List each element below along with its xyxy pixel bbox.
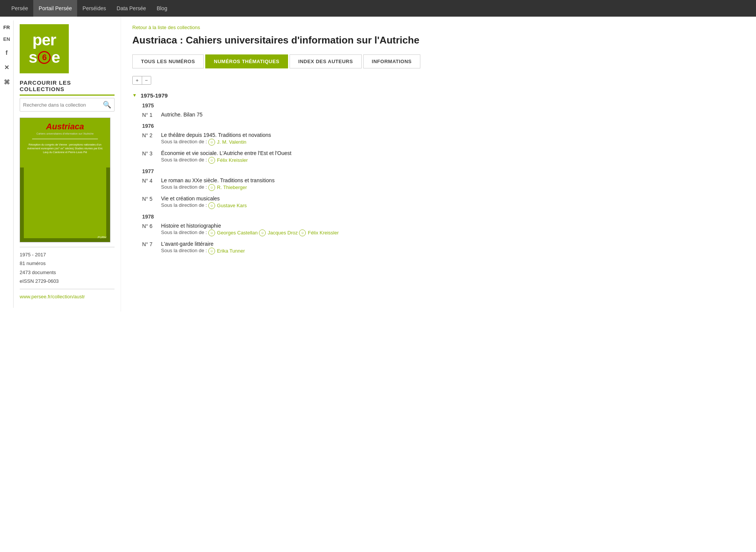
person-icon: ☺ [208, 184, 215, 191]
issue-row: N° 2Le théâtre depuis 1945. Traditions e… [138, 130, 745, 148]
issue-title: Vie et création musicales [161, 195, 745, 202]
person-icon: ☺ [208, 229, 215, 236]
search-bar: 🔍 [20, 98, 115, 112]
person-icon: ☺ [208, 157, 215, 164]
issue-number: N° 2 [142, 132, 161, 138]
tab-numeros-thematiques[interactable]: NUMÉROS THÉMATIQUES [205, 54, 288, 68]
facebook-icon[interactable]: f [6, 48, 8, 57]
issue-row: N° 5Vie et création musicalesSous la dir… [138, 193, 745, 211]
tab-tous-numeros[interactable]: TOUS LES NUMÉROS [132, 54, 204, 68]
book-cover-publisher: PURH [98, 236, 106, 239]
issue-info: Économie et vie sociale. L'Autriche entr… [161, 150, 745, 164]
expand-all-button[interactable]: + [133, 76, 142, 84]
tab-index-auteurs[interactable]: INDEX DES AUTEURS [290, 54, 362, 68]
search-input[interactable] [20, 100, 100, 110]
persee-logo[interactable]: per s6e [20, 24, 69, 73]
issue-row: N° 6Histoire et historiographieSous la d… [138, 220, 745, 239]
tab-informations[interactable]: INFORMATIONS [363, 54, 420, 68]
expand-collapse-controls: + − [132, 76, 151, 85]
issue-row: N° 7L'avant-garde littéraireSous la dire… [138, 239, 745, 257]
collection-documents: 2473 documents [20, 268, 115, 277]
person-icon: ☺ [208, 139, 215, 146]
issue-number: N° 4 [142, 177, 161, 184]
director-link[interactable]: ☺J. M. Valentin [208, 139, 246, 146]
director-link[interactable]: ☺Félix Kreissler [208, 157, 248, 164]
tabs-bar: TOUS LES NUMÉROS NUMÉROS THÉMATIQUES IND… [132, 54, 745, 68]
logo-line2: s6e [29, 49, 60, 66]
issue-info: Autriche. Bilan 75 [161, 112, 745, 118]
issue-title: Le théâtre depuis 1945. Traditions et no… [161, 132, 745, 138]
collection-eissn: eISSN 2729-0603 [20, 277, 115, 285]
person-icon: ☺ [208, 202, 215, 209]
twitter-icon[interactable]: ✕ [4, 63, 9, 72]
page-title: Austriaca : Cahiers universitaires d'inf… [132, 34, 745, 47]
issue-info: L'avant-garde littéraireSous la directio… [161, 241, 745, 254]
year-label: 1975 [142, 100, 745, 109]
book-cover-title: Austriaca [46, 122, 84, 132]
issue-title: Autriche. Bilan 75 [161, 112, 745, 118]
director-link[interactable]: ☺Jacques Droz [259, 229, 297, 236]
issue-director-line: Sous la direction de : ☺R. Thieberger [161, 184, 745, 191]
year-group-header[interactable]: ▼1975-1979 [132, 91, 745, 100]
person-icon: ☺ [208, 248, 215, 254]
search-icon: 🔍 [103, 101, 111, 109]
year-group-label: 1975-1979 [141, 92, 168, 99]
issue-info: Le théâtre depuis 1945. Traditions et no… [161, 132, 745, 146]
logo-line1: per [33, 31, 56, 49]
collection-numeros: 81 numéros [20, 259, 115, 268]
year-group: ▼1975-19791975N° 1Autriche. Bilan 751976… [132, 91, 745, 257]
nav-perseides[interactable]: Perséides [77, 0, 111, 17]
book-cover[interactable]: Austriaca Cahiers universitaires d'infor… [20, 118, 110, 242]
year-label: 1977 [142, 166, 745, 175]
issue-info: Vie et création musicalesSous la directi… [161, 195, 745, 209]
issue-number: N° 1 [142, 112, 161, 118]
issue-number: N° 7 [142, 241, 161, 247]
issue-number: N° 5 [142, 195, 161, 202]
issue-title: Économie et vie sociale. L'Autriche entr… [161, 150, 745, 156]
book-cover-body-text: Réception du congrès de Vienne : percept… [26, 143, 104, 154]
book-cover-subtitle: Cahiers universitaires d'information sur… [36, 132, 93, 135]
year-label: 1978 [142, 211, 745, 220]
collection-meta: 1975 - 2017 81 numéros 2473 documents eI… [20, 250, 115, 286]
sidebar: FR EN f ✕ ⌘ per s6e PARCOURIR LES COLLEC… [0, 17, 121, 312]
issue-title: Le roman au XXe siècle. Traditions et tr… [161, 177, 745, 183]
year-groups: ▼1975-19791975N° 1Autriche. Bilan 751976… [132, 91, 745, 257]
director-link[interactable]: ☺Félix Kreissler [299, 229, 339, 236]
issue-director-line: Sous la direction de : ☺Erika Tunner [161, 248, 745, 254]
collection-nav-header: PARCOURIR LES COLLECTIONS [20, 79, 115, 96]
issue-director-line: Sous la direction de : ☺Gustave Kars [161, 202, 745, 209]
nav-blog[interactable]: Blog [151, 0, 172, 17]
main-content: Retour à la liste des collections Austri… [121, 17, 756, 312]
top-navigation: Persée Portail Persée Perséides Data Per… [0, 0, 756, 17]
director-link[interactable]: ☺Erika Tunner [208, 248, 245, 254]
nav-data-persee[interactable]: Data Persée [112, 0, 152, 17]
logo-six: 6 [38, 51, 51, 64]
issue-number: N° 6 [142, 223, 161, 229]
issue-row: N° 1Autriche. Bilan 75 [138, 109, 745, 121]
collection-date-range: 1975 - 2017 [20, 250, 115, 259]
issue-row: N° 3Économie et vie sociale. L'Autriche … [138, 148, 745, 166]
lang-en[interactable]: EN [3, 35, 10, 43]
issue-number: N° 3 [142, 150, 161, 157]
issue-title: L'avant-garde littéraire [161, 241, 745, 247]
director-link[interactable]: ☺Gustave Kars [208, 202, 247, 209]
nav-persee[interactable]: Persée [6, 0, 33, 17]
year-block: 1975N° 1Autriche. Bilan 751976N° 2Le thé… [138, 100, 745, 257]
director-link[interactable]: ☺R. Thieberger [208, 184, 247, 191]
person-icon: ☺ [299, 229, 306, 236]
person-icon: ☺ [259, 229, 266, 236]
director-link[interactable]: ☺Georges Castellan [208, 229, 258, 236]
search-button[interactable]: 🔍 [100, 98, 114, 111]
issue-director-line: Sous la direction de : ☺Félix Kreissler [161, 157, 745, 164]
lang-social-bar: FR EN f ✕ ⌘ [0, 20, 14, 308]
rss-icon[interactable]: ⌘ [4, 78, 10, 87]
issue-director-line: Sous la direction de : ☺J. M. Valentin [161, 139, 745, 146]
chevron-down-icon: ▼ [132, 93, 137, 98]
issue-info: Le roman au XXe siècle. Traditions et tr… [161, 177, 745, 191]
collapse-all-button[interactable]: − [142, 76, 151, 84]
collection-url[interactable]: www.persee.fr/collection/austr [20, 294, 85, 299]
year-label: 1976 [142, 121, 745, 130]
lang-fr[interactable]: FR [3, 23, 10, 31]
breadcrumb[interactable]: Retour à la liste des collections [132, 25, 200, 30]
nav-portail-persee[interactable]: Portail Persée [33, 0, 77, 17]
